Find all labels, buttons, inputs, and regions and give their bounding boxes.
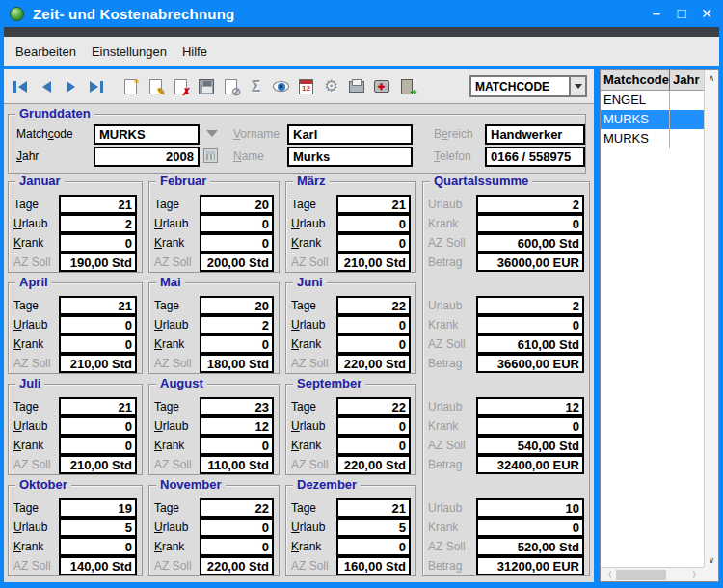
tage-field[interactable]: 21 <box>336 195 411 214</box>
record-list-row[interactable]: MURKS <box>601 110 704 129</box>
tage-field[interactable]: 20 <box>200 195 274 214</box>
urlaub-field[interactable]: 5 <box>336 518 411 537</box>
new-record-button[interactable] <box>120 73 142 99</box>
record-list-row[interactable]: MURKS <box>601 129 704 148</box>
jahr-field[interactable]: 2008 <box>94 147 200 167</box>
settings-button[interactable] <box>320 73 342 99</box>
scroll-up-icon[interactable] <box>705 70 719 85</box>
record-matchcode-cell[interactable]: MURKS <box>601 129 670 148</box>
scroll-right-icon[interactable] <box>689 568 704 582</box>
quartal-az-soll-field: 540,00 Std <box>476 436 584 455</box>
telefon-field[interactable]: 0166 / 558975 <box>485 147 585 167</box>
tage-field[interactable]: 19 <box>59 498 137 518</box>
menu-einstellungen[interactable]: Einstellungen <box>84 41 174 62</box>
urlaub-field[interactable]: 0 <box>59 416 137 436</box>
record-jahr-cell[interactable] <box>670 129 704 148</box>
urlaub-field[interactable]: 0 <box>336 315 411 334</box>
report-book-icon <box>349 81 364 93</box>
krank-field[interactable]: 0 <box>336 233 411 253</box>
urlaub-field[interactable]: 5 <box>59 518 137 537</box>
menu-bearbeiten[interactable]: Bearbeiten <box>8 41 84 62</box>
month-group-april: April Tage21 Urlaub0 Krank0 AZ Soll210,0… <box>8 282 143 374</box>
az-soll-field: 210,00 Std <box>59 455 137 474</box>
new-document-icon <box>124 79 137 94</box>
urlaub-field[interactable]: 0 <box>59 315 137 334</box>
exit-button[interactable] <box>395 73 417 99</box>
sum-button[interactable] <box>245 73 267 99</box>
urlaub-field[interactable]: 0 <box>200 518 274 537</box>
column-header-jahr[interactable]: Jahr <box>670 70 704 90</box>
krank-field[interactable]: 0 <box>59 334 137 354</box>
krank-field[interactable]: 0 <box>59 233 137 253</box>
tage-field[interactable]: 21 <box>336 498 411 518</box>
urlaub-field[interactable]: 0 <box>200 214 274 233</box>
krank-field[interactable]: 0 <box>59 436 137 455</box>
edit-record-button[interactable] <box>145 73 167 99</box>
minimize-icon[interactable] <box>650 7 663 20</box>
az-soll-field: 210,00 Std <box>59 354 137 373</box>
az-soll-label: AZ Soll <box>154 559 200 573</box>
tage-field[interactable]: 22 <box>336 296 411 315</box>
name-field[interactable]: Murks <box>287 147 413 167</box>
urlaub-field[interactable]: 0 <box>336 214 411 233</box>
month-group-marz: März Tage21 Urlaub0 Krank0 AZ Soll210,00… <box>285 181 416 273</box>
first-aid-button[interactable] <box>370 73 392 99</box>
month-group-juni: Juni Tage22 Urlaub0 Krank0 AZ Soll220,00… <box>285 282 416 374</box>
krank-field[interactable]: 0 <box>200 537 274 556</box>
tage-field[interactable]: 21 <box>59 195 137 214</box>
delete-record-button[interactable] <box>170 73 192 99</box>
matchcode-field[interactable]: MURKS <box>94 124 200 145</box>
urlaub-field[interactable]: 2 <box>59 214 137 233</box>
horizontal-scroll-thumb[interactable] <box>616 570 666 580</box>
vertical-scrollbar[interactable] <box>704 70 718 567</box>
matchcode-combo-value[interactable]: MATCHCODE <box>471 77 569 95</box>
krank-field[interactable]: 0 <box>200 233 274 253</box>
nav-next-button[interactable] <box>60 73 82 99</box>
scroll-down-icon[interactable] <box>705 552 719 567</box>
urlaub-field[interactable]: 12 <box>200 416 274 436</box>
combo-dropdown-button[interactable] <box>569 77 585 95</box>
urlaub-field[interactable]: 2 <box>200 315 274 334</box>
record-list-row[interactable]: ENGEL <box>601 91 704 110</box>
record-list-header: Matchcode Jahr <box>601 70 704 91</box>
nav-previous-button[interactable] <box>35 73 57 99</box>
record-jahr-cell[interactable] <box>670 110 704 129</box>
menu-hilfe[interactable]: Hilfe <box>174 41 215 62</box>
close-icon[interactable] <box>700 7 713 20</box>
save-button[interactable] <box>195 73 217 99</box>
nav-first-button[interactable] <box>10 73 32 99</box>
cancel-button[interactable] <box>220 73 242 99</box>
tage-field[interactable]: 21 <box>59 296 137 315</box>
column-header-matchcode[interactable]: Matchcode <box>601 70 670 90</box>
tage-field[interactable]: 23 <box>200 397 274 416</box>
krank-field[interactable]: 0 <box>336 436 411 455</box>
calculator-icon[interactable] <box>203 148 218 163</box>
calendar-button[interactable] <box>295 73 317 99</box>
preview-button[interactable] <box>270 73 292 99</box>
bereich-field[interactable]: Handwerker <box>485 124 585 145</box>
krank-field[interactable]: 0 <box>336 334 411 354</box>
month-title: März <box>293 174 330 188</box>
record-matchcode-cell[interactable]: MURKS <box>601 110 670 129</box>
matchcode-dropdown-icon[interactable] <box>206 130 218 137</box>
krank-field[interactable]: 0 <box>336 537 411 556</box>
tage-field[interactable]: 20 <box>200 296 274 315</box>
tage-field[interactable]: 22 <box>200 498 274 518</box>
record-jahr-cell[interactable] <box>670 91 704 110</box>
matchcode-combo[interactable]: MATCHCODE <box>469 75 587 97</box>
krank-field[interactable]: 0 <box>200 436 274 455</box>
month-title: Oktober <box>15 478 71 492</box>
urlaub-field[interactable]: 0 <box>336 416 411 436</box>
horizontal-scrollbar[interactable] <box>601 567 704 581</box>
scroll-left-icon[interactable] <box>601 568 615 582</box>
maximize-icon[interactable] <box>675 7 688 20</box>
vorname-field[interactable]: Karl <box>287 124 413 145</box>
record-matchcode-cell[interactable]: ENGEL <box>601 91 670 110</box>
tage-field[interactable]: 21 <box>59 397 137 416</box>
krank-field[interactable]: 0 <box>59 537 137 556</box>
report-button[interactable] <box>345 73 367 99</box>
tage-label: Tage <box>154 299 200 312</box>
krank-field[interactable]: 0 <box>200 334 274 354</box>
nav-last-button[interactable] <box>85 73 107 99</box>
tage-field[interactable]: 22 <box>336 397 411 416</box>
